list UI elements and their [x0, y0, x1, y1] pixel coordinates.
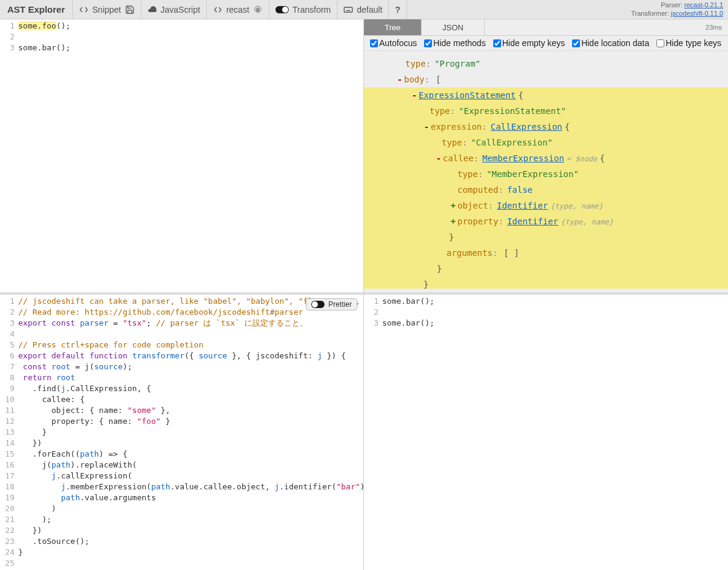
transform-toggle-icon: [275, 6, 289, 13]
tree-toggle[interactable]: -: [422, 119, 431, 135]
tree-options: Autofocus Hide methods Hide empty keys H…: [364, 36, 728, 51]
tree-row[interactable]: - expression: CallExpression {: [364, 119, 728, 135]
source-editor[interactable]: 123 some.foo();some.bar();: [0, 19, 364, 295]
tree-row[interactable]: - body: [: [364, 72, 728, 87]
tree-body[interactable]: type: "Program"- body: [- ExpressionStat…: [364, 51, 728, 289]
tree-row[interactable]: arguments: [ ]: [364, 245, 728, 261]
opt-hide-empty[interactable]: Hide empty keys: [493, 38, 565, 48]
tree-row[interactable]: computed: false: [364, 182, 728, 198]
transform-gutter: 1234567891011121314151617181920212223242…: [0, 295, 18, 570]
tree-row[interactable]: + object: Identifier {type, name}: [364, 198, 728, 213]
toolbar-info: Parser: recast-0.21.1 Transformer: jscod…: [631, 0, 723, 19]
opt-hide-methods-checkbox[interactable]: [424, 39, 432, 47]
parse-time: 23ms: [706, 24, 722, 31]
opt-hide-empty-checkbox[interactable]: [493, 39, 501, 47]
source-gutter: 123: [0, 19, 18, 292]
tab-tree[interactable]: Tree: [364, 19, 422, 35]
opt-hide-loc[interactable]: Hide location data: [572, 38, 649, 48]
cloud-icon: [147, 5, 157, 15]
tree-row[interactable]: }: [364, 277, 728, 289]
keymap-menu[interactable]: default: [337, 0, 389, 19]
opt-hide-loc-checkbox[interactable]: [572, 39, 580, 47]
tree-node-link[interactable]: Identifier: [507, 213, 558, 229]
opt-autofocus-checkbox[interactable]: [370, 39, 378, 47]
save-icon: [125, 5, 135, 15]
code-icon: [79, 5, 89, 15]
opt-hide-methods[interactable]: Hide methods: [424, 38, 485, 48]
ast-panel: Tree JSON 23ms Autofocus Hide methods Hi…: [364, 19, 728, 295]
language-label: JavaScript: [161, 5, 200, 15]
parser-menu[interactable]: recast: [207, 0, 269, 19]
tree-node-link[interactable]: MemberExpression: [482, 150, 564, 166]
prettier-toggle-icon: [311, 301, 325, 308]
svg-point-0: [257, 8, 259, 11]
transformer-version-link[interactable]: jscodeshift-0.11.0: [671, 10, 723, 17]
tree-row[interactable]: }: [364, 229, 728, 245]
tree-row[interactable]: - ExpressionStatement {: [364, 87, 728, 103]
tree-node-link[interactable]: ExpressionStatement: [419, 87, 516, 103]
tree-row[interactable]: }: [364, 261, 728, 277]
help-button[interactable]: ?: [389, 0, 407, 19]
toolbar-left: AST Explorer Snippet JavaScript recast T…: [0, 0, 407, 19]
transform-editor[interactable]: Prettier 1234567891011121314151617181920…: [0, 295, 364, 570]
angle-brackets-icon: [213, 5, 223, 15]
gear-icon: [253, 5, 263, 15]
transform-code[interactable]: // jscodeshift can take a parser, like "…: [18, 295, 363, 570]
ast-tabs: Tree JSON 23ms: [364, 19, 728, 36]
transformer-info-label: Transformer:: [631, 10, 669, 17]
tab-json[interactable]: JSON: [422, 19, 485, 35]
language-menu[interactable]: JavaScript: [141, 0, 207, 19]
prettier-label: Prettier: [328, 300, 352, 309]
tree-toggle[interactable]: -: [396, 72, 404, 87]
opt-autofocus[interactable]: Autofocus: [370, 38, 417, 48]
svg-rect-1: [345, 7, 352, 12]
source-code[interactable]: some.foo();some.bar();: [18, 19, 363, 292]
transform-label: Transform: [292, 5, 331, 15]
output-gutter: 123: [364, 295, 382, 570]
help-icon: ?: [395, 5, 400, 15]
parser-label: recast: [226, 5, 249, 15]
parser-version-link[interactable]: recast-0.21.1: [684, 1, 723, 8]
parser-info-label: Parser:: [661, 1, 682, 8]
tree-node-link[interactable]: CallExpression: [491, 119, 562, 135]
toolbar: AST Explorer Snippet JavaScript recast T…: [0, 0, 728, 19]
tree-toggle[interactable]: +: [449, 198, 457, 213]
tree-row[interactable]: + property: Identifier {type, name}: [364, 213, 728, 229]
keymap-label: default: [357, 5, 382, 15]
output-code: some.bar();some.bar();: [382, 295, 728, 570]
panes: 123 some.foo();some.bar(); Tree JSON 23m…: [0, 19, 728, 570]
transform-menu[interactable]: Transform: [269, 0, 337, 19]
prettier-toggle[interactable]: Prettier: [306, 298, 357, 310]
tree-row[interactable]: type: "MemberExpression": [364, 166, 728, 182]
snippet-menu[interactable]: Snippet: [73, 0, 141, 19]
snippet-label: Snippet: [92, 5, 121, 15]
tree-toggle[interactable]: -: [434, 150, 443, 166]
tree-toggle[interactable]: +: [449, 213, 457, 229]
tree-row[interactable]: type: "CallExpression": [364, 135, 728, 150]
opt-hide-type-checkbox[interactable]: [656, 39, 664, 47]
tree-row[interactable]: type: "ExpressionStatement": [364, 103, 728, 119]
brand[interactable]: AST Explorer: [0, 0, 73, 19]
tree-row[interactable]: type: "Program": [364, 56, 728, 72]
keyboard-icon: [343, 5, 353, 15]
tree-row[interactable]: - callee: MemberExpression = $node {: [364, 150, 728, 166]
opt-hide-type[interactable]: Hide type keys: [656, 38, 721, 48]
tree-toggle[interactable]: -: [410, 87, 419, 103]
output-panel: 123 some.bar();some.bar();: [364, 295, 728, 570]
tree-node-link[interactable]: Identifier: [497, 198, 548, 213]
